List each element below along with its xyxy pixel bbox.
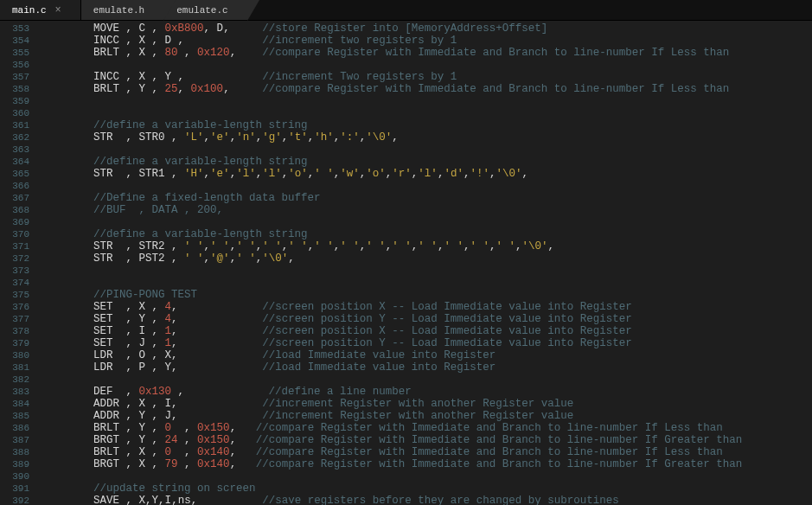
close-icon[interactable]: × bbox=[55, 4, 61, 16]
code-line: //define a variable-length string bbox=[42, 228, 812, 240]
code-line bbox=[42, 59, 812, 71]
code-line: INCC , X , Y , //increment Two registers… bbox=[42, 71, 812, 83]
line-number: 365 bbox=[0, 168, 29, 180]
code-line bbox=[42, 265, 812, 277]
line-number: 356 bbox=[0, 59, 29, 71]
line-number: 391 bbox=[0, 483, 29, 495]
line-number: 385 bbox=[0, 410, 29, 422]
line-number: 389 bbox=[0, 458, 29, 470]
line-number: 379 bbox=[0, 337, 29, 349]
code-area[interactable]: MOVE , C , 0xB800, D, //store Register i… bbox=[35, 21, 812, 505]
code-line: //define a variable-length string bbox=[42, 156, 812, 168]
line-number: 363 bbox=[0, 144, 29, 156]
code-line: BRGT , X , 79 , 0x140, //compare Registe… bbox=[42, 458, 812, 470]
line-number: 361 bbox=[0, 119, 29, 131]
code-line: ADDR , Y , J, //increment Register with … bbox=[42, 410, 812, 422]
code-line bbox=[42, 216, 812, 228]
line-number: 388 bbox=[0, 446, 29, 458]
code-line: SET , X , 4, //screen position X -- Load… bbox=[42, 301, 812, 313]
line-number: 383 bbox=[0, 386, 29, 398]
code-line: //Define a fixed-length data buffer bbox=[42, 192, 812, 204]
code-line: BRGT , Y , 24 , 0x150, //compare Registe… bbox=[42, 434, 812, 446]
line-number: 353 bbox=[0, 22, 29, 35]
line-number: 386 bbox=[0, 422, 29, 434]
line-number: 354 bbox=[0, 35, 29, 47]
line-number: 390 bbox=[0, 470, 29, 483]
line-number: 367 bbox=[0, 192, 29, 204]
code-line: INCC , X , D , //increment two registers… bbox=[42, 35, 812, 47]
code-line: //PING-PONG TEST bbox=[42, 289, 812, 301]
line-number: 359 bbox=[0, 95, 29, 107]
code-line: DEF , 0x130 , //define a line number bbox=[42, 386, 812, 398]
tab-emulate-c[interactable]: emulate.c bbox=[164, 0, 247, 20]
line-number: 384 bbox=[0, 398, 29, 410]
code-line bbox=[42, 95, 812, 107]
code-line bbox=[42, 180, 812, 192]
code-line: ADDR , X , I, //increment Register with … bbox=[42, 398, 812, 410]
line-number: 376 bbox=[0, 301, 29, 313]
line-number: 380 bbox=[0, 349, 29, 361]
line-number: 377 bbox=[0, 313, 29, 325]
line-number: 381 bbox=[0, 361, 29, 374]
line-number: 372 bbox=[0, 252, 29, 265]
code-line bbox=[42, 374, 812, 386]
code-line: MOVE , C , 0xB800, D, //store Register i… bbox=[42, 22, 812, 35]
code-line bbox=[42, 107, 812, 119]
tab-main-c[interactable]: main.c × bbox=[0, 0, 81, 20]
code-line: STR , PST2 , ' ','@',' ','\0', bbox=[42, 252, 812, 265]
tab-bar: main.c × emulate.h emulate.c bbox=[0, 0, 812, 21]
line-number: 364 bbox=[0, 156, 29, 168]
line-number: 378 bbox=[0, 325, 29, 337]
code-line: SET , J , 1, //screen position Y -- Load… bbox=[42, 337, 812, 349]
code-line: LDR , O , X, //load Immediate value into… bbox=[42, 349, 812, 361]
line-number: 358 bbox=[0, 83, 29, 95]
code-line bbox=[42, 470, 812, 483]
line-number: 355 bbox=[0, 47, 29, 59]
tab-label: emulate.c bbox=[176, 5, 227, 16]
line-number: 360 bbox=[0, 107, 29, 119]
code-line: STR , STR0 , 'L','e','n','g','t','h',':'… bbox=[42, 131, 812, 144]
line-number: 373 bbox=[0, 265, 29, 277]
code-line: STR , STR2 , ' ',' ',' ',' ',' ',' ',' '… bbox=[42, 240, 812, 252]
code-line: SET , Y , 4, //screen position Y -- Load… bbox=[42, 313, 812, 325]
line-number: 369 bbox=[0, 216, 29, 228]
tab-label: emulate.h bbox=[93, 5, 144, 16]
code-line bbox=[42, 144, 812, 156]
code-line: //update string on screen bbox=[42, 483, 812, 495]
code-line: STR , STR1 , 'H','e','l','l','o',' ','w'… bbox=[42, 168, 812, 180]
code-line: SAVE , X,Y,I,ns, //save registers before… bbox=[42, 495, 812, 505]
line-number: 375 bbox=[0, 289, 29, 301]
line-number: 362 bbox=[0, 131, 29, 144]
code-line bbox=[42, 277, 812, 289]
tab-emulate-h[interactable]: emulate.h bbox=[81, 0, 164, 20]
line-number: 371 bbox=[0, 240, 29, 252]
line-number: 368 bbox=[0, 204, 29, 216]
code-line: LDR , P , Y, //load Immediate value into… bbox=[42, 361, 812, 374]
line-number: 370 bbox=[0, 228, 29, 240]
code-line: BRLT , Y , 25, 0x100, //compare Register… bbox=[42, 83, 812, 95]
line-number: 357 bbox=[0, 71, 29, 83]
line-number: 374 bbox=[0, 277, 29, 289]
editor: 3533543553563573583593603613623633643653… bbox=[0, 21, 812, 505]
code-line: BRLT , X , 0 , 0x140, //compare Register… bbox=[42, 446, 812, 458]
line-number: 392 bbox=[0, 495, 29, 505]
line-number: 366 bbox=[0, 180, 29, 192]
line-number: 382 bbox=[0, 374, 29, 386]
tab-label: main.c bbox=[12, 5, 47, 16]
code-line: BRLT , X , 80 , 0x120, //compare Registe… bbox=[42, 47, 812, 59]
code-line: //BUF , DATA , 200, bbox=[42, 204, 812, 216]
line-number-gutter: 3533543553563573583593603613623633643653… bbox=[0, 21, 35, 505]
code-line: //define a variable-length string bbox=[42, 119, 812, 131]
line-number: 387 bbox=[0, 434, 29, 446]
code-line: BRLT , Y , 0 , 0x150, //compare Register… bbox=[42, 422, 812, 434]
code-line: SET , I , 1, //screen position X -- Load… bbox=[42, 325, 812, 337]
